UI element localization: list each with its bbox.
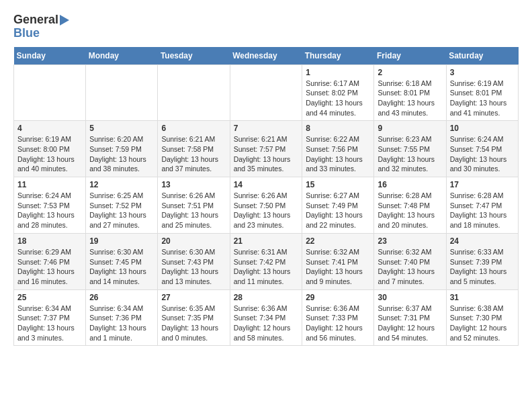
- day-number: 2: [378, 68, 442, 77]
- day-number: 16: [378, 180, 442, 189]
- calendar-cell: 4Sunrise: 6:19 AM Sunset: 8:00 PM Daylig…: [14, 121, 86, 177]
- day-info: Sunrise: 6:18 AM Sunset: 8:01 PM Dayligh…: [378, 79, 442, 118]
- day-info: Sunrise: 6:32 AM Sunset: 7:40 PM Dayligh…: [378, 247, 442, 287]
- calendar-cell: 13Sunrise: 6:26 AM Sunset: 7:51 PM Dayli…: [158, 177, 230, 234]
- day-number: 26: [89, 293, 154, 302]
- calendar-cell: [230, 64, 302, 121]
- calendar-cell: 2Sunrise: 6:18 AM Sunset: 8:01 PM Daylig…: [374, 64, 446, 121]
- day-number: 9: [378, 124, 442, 133]
- day-info: Sunrise: 6:34 AM Sunset: 7:36 PM Dayligh…: [89, 304, 154, 343]
- day-info: Sunrise: 6:28 AM Sunset: 7:47 PM Dayligh…: [450, 191, 515, 230]
- calendar-cell: 28Sunrise: 6:36 AM Sunset: 7:34 PM Dayli…: [230, 289, 302, 346]
- calendar-cell: 27Sunrise: 6:35 AM Sunset: 7:35 PM Dayli…: [158, 289, 230, 346]
- calendar-cell: 26Sunrise: 6:34 AM Sunset: 7:36 PM Dayli…: [86, 289, 158, 346]
- weekday-header-tuesday: Tuesday: [158, 47, 230, 65]
- day-number: 1: [306, 68, 370, 77]
- day-number: 12: [89, 180, 154, 189]
- day-info: Sunrise: 6:36 AM Sunset: 7:34 PM Dayligh…: [234, 304, 299, 343]
- day-info: Sunrise: 6:26 AM Sunset: 7:51 PM Dayligh…: [161, 191, 226, 230]
- weekday-header-saturday: Saturday: [446, 47, 518, 65]
- day-info: Sunrise: 6:37 AM Sunset: 7:31 PM Dayligh…: [378, 304, 442, 343]
- weekday-header-thursday: Thursday: [302, 47, 374, 65]
- day-number: 25: [17, 293, 82, 302]
- weekday-header-friday: Friday: [374, 47, 446, 65]
- day-info: Sunrise: 6:19 AM Sunset: 8:00 PM Dayligh…: [17, 134, 82, 174]
- day-info: Sunrise: 6:26 AM Sunset: 7:50 PM Dayligh…: [234, 191, 299, 230]
- calendar-week-row: 11Sunrise: 6:24 AM Sunset: 7:53 PM Dayli…: [14, 177, 519, 234]
- calendar-cell: 9Sunrise: 6:23 AM Sunset: 7:55 PM Daylig…: [374, 121, 446, 177]
- calendar-cell: 24Sunrise: 6:33 AM Sunset: 7:39 PM Dayli…: [446, 233, 518, 289]
- calendar-cell: 5Sunrise: 6:20 AM Sunset: 7:59 PM Daylig…: [86, 121, 158, 177]
- day-info: Sunrise: 6:29 AM Sunset: 7:46 PM Dayligh…: [17, 247, 82, 287]
- calendar-week-row: 18Sunrise: 6:29 AM Sunset: 7:46 PM Dayli…: [14, 233, 519, 289]
- day-info: Sunrise: 6:36 AM Sunset: 7:33 PM Dayligh…: [306, 304, 370, 343]
- calendar-cell: 14Sunrise: 6:26 AM Sunset: 7:50 PM Dayli…: [230, 177, 302, 234]
- calendar-cell: 10Sunrise: 6:24 AM Sunset: 7:54 PM Dayli…: [446, 121, 518, 177]
- day-info: Sunrise: 6:24 AM Sunset: 7:54 PM Dayligh…: [450, 134, 515, 174]
- calendar-cell: 7Sunrise: 6:21 AM Sunset: 7:57 PM Daylig…: [230, 121, 302, 177]
- day-info: Sunrise: 6:33 AM Sunset: 7:39 PM Dayligh…: [450, 247, 515, 287]
- day-number: 31: [450, 293, 515, 302]
- day-number: 7: [234, 124, 299, 133]
- day-number: 27: [161, 293, 226, 302]
- day-number: 18: [17, 236, 82, 246]
- day-number: 30: [378, 293, 442, 302]
- day-number: 10: [450, 124, 515, 133]
- day-info: Sunrise: 6:30 AM Sunset: 7:43 PM Dayligh…: [161, 247, 226, 287]
- calendar-table: SundayMondayTuesdayWednesdayThursdayFrid…: [13, 47, 519, 347]
- day-number: 6: [161, 124, 226, 133]
- day-info: Sunrise: 6:25 AM Sunset: 7:52 PM Dayligh…: [89, 191, 154, 230]
- calendar-cell: 22Sunrise: 6:32 AM Sunset: 7:41 PM Dayli…: [302, 233, 374, 289]
- weekday-header-wednesday: Wednesday: [230, 47, 302, 65]
- calendar-cell: 17Sunrise: 6:28 AM Sunset: 7:47 PM Dayli…: [446, 177, 518, 234]
- weekday-header-monday: Monday: [86, 47, 158, 65]
- calendar-cell: 16Sunrise: 6:28 AM Sunset: 7:48 PM Dayli…: [374, 177, 446, 234]
- calendar-week-row: 25Sunrise: 6:34 AM Sunset: 7:37 PM Dayli…: [14, 289, 519, 346]
- day-number: 28: [234, 293, 299, 302]
- day-number: 8: [306, 124, 370, 133]
- day-info: Sunrise: 6:19 AM Sunset: 8:01 PM Dayligh…: [450, 79, 515, 118]
- day-number: 17: [450, 180, 515, 189]
- calendar-header-row: SundayMondayTuesdayWednesdayThursdayFrid…: [14, 47, 519, 65]
- calendar-cell: [86, 64, 158, 121]
- day-number: 15: [306, 180, 370, 189]
- calendar-cell: 19Sunrise: 6:30 AM Sunset: 7:45 PM Dayli…: [86, 233, 158, 289]
- day-number: 3: [450, 68, 515, 77]
- day-number: 23: [378, 236, 442, 246]
- page-header: General Blue: [13, 13, 519, 40]
- day-number: 21: [234, 236, 299, 246]
- logo-general: General: [13, 13, 58, 27]
- day-info: Sunrise: 6:24 AM Sunset: 7:53 PM Dayligh…: [17, 191, 82, 230]
- day-number: 29: [306, 293, 370, 302]
- day-number: 20: [161, 236, 226, 246]
- calendar-cell: 18Sunrise: 6:29 AM Sunset: 7:46 PM Dayli…: [14, 233, 86, 289]
- calendar-cell: 11Sunrise: 6:24 AM Sunset: 7:53 PM Dayli…: [14, 177, 86, 234]
- day-number: 19: [89, 236, 154, 246]
- day-number: 5: [89, 124, 154, 133]
- day-info: Sunrise: 6:32 AM Sunset: 7:41 PM Dayligh…: [306, 247, 370, 287]
- day-info: Sunrise: 6:21 AM Sunset: 7:58 PM Dayligh…: [161, 134, 226, 174]
- calendar-cell: 8Sunrise: 6:22 AM Sunset: 7:56 PM Daylig…: [302, 121, 374, 177]
- calendar-week-row: 4Sunrise: 6:19 AM Sunset: 8:00 PM Daylig…: [14, 121, 519, 177]
- logo-blue: Blue: [13, 27, 40, 40]
- calendar-cell: 1Sunrise: 6:17 AM Sunset: 8:02 PM Daylig…: [302, 64, 374, 121]
- calendar-cell: 23Sunrise: 6:32 AM Sunset: 7:40 PM Dayli…: [374, 233, 446, 289]
- day-info: Sunrise: 6:28 AM Sunset: 7:48 PM Dayligh…: [378, 191, 442, 230]
- day-info: Sunrise: 6:27 AM Sunset: 7:49 PM Dayligh…: [306, 191, 370, 230]
- day-info: Sunrise: 6:23 AM Sunset: 7:55 PM Dayligh…: [378, 134, 442, 174]
- day-number: 24: [450, 236, 515, 246]
- day-number: 22: [306, 236, 370, 246]
- calendar-cell: 12Sunrise: 6:25 AM Sunset: 7:52 PM Dayli…: [86, 177, 158, 234]
- day-info: Sunrise: 6:21 AM Sunset: 7:57 PM Dayligh…: [234, 134, 299, 174]
- day-number: 14: [234, 180, 299, 189]
- weekday-header-sunday: Sunday: [14, 47, 86, 65]
- calendar-cell: [158, 64, 230, 121]
- day-info: Sunrise: 6:34 AM Sunset: 7:37 PM Dayligh…: [17, 304, 82, 343]
- calendar-cell: 6Sunrise: 6:21 AM Sunset: 7:58 PM Daylig…: [158, 121, 230, 177]
- calendar-cell: 31Sunrise: 6:38 AM Sunset: 7:30 PM Dayli…: [446, 289, 518, 346]
- logo-arrow-icon: [60, 15, 69, 26]
- logo: General Blue: [13, 13, 69, 40]
- day-info: Sunrise: 6:35 AM Sunset: 7:35 PM Dayligh…: [161, 304, 226, 343]
- calendar-cell: 20Sunrise: 6:30 AM Sunset: 7:43 PM Dayli…: [158, 233, 230, 289]
- calendar-cell: 29Sunrise: 6:36 AM Sunset: 7:33 PM Dayli…: [302, 289, 374, 346]
